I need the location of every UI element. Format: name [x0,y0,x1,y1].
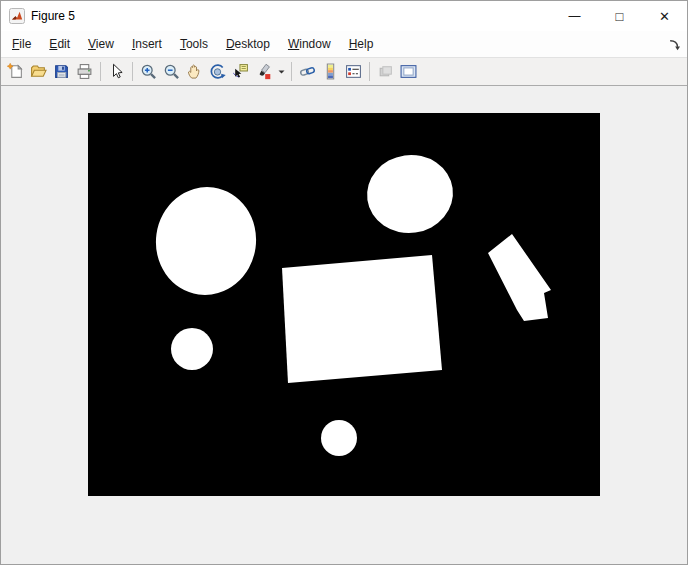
menu-bar: File Edit View Insert Tools Desktop Wind… [1,31,687,58]
show-plot-tools-icon [400,63,417,80]
menu-help-key: H [349,37,358,51]
shape-small-circle-bottom [321,420,357,456]
shape-upper-blob [362,149,458,238]
edit-plot-button[interactable] [105,60,128,83]
print-figure-icon [76,63,93,80]
menu-view[interactable]: View [79,32,123,56]
toolbar-separator [291,62,292,81]
toolbar-separator [100,62,101,81]
print-figure-button[interactable] [73,60,96,83]
menu-desktop-key: D [226,37,235,51]
menu-insert[interactable]: Insert [123,32,171,56]
menu-help-rest: elp [357,37,373,51]
menu-edit-rest: dit [57,37,70,51]
edit-plot-arrow-icon [108,63,125,80]
shape-small-circle-left [171,328,213,370]
figure-window: Figure 5 — □ ✕ File Edit View Insert Too… [0,0,688,565]
menu-file-rest: ile [19,37,31,51]
brush-data-button[interactable] [252,60,275,83]
link-plot-button[interactable] [296,60,319,83]
figure-image-area [88,113,600,496]
shape-rotated-rectangle [282,255,442,383]
menu-edit[interactable]: Edit [40,32,79,56]
data-cursor-button[interactable] [229,60,252,83]
zoom-out-button[interactable] [160,60,183,83]
dock-figure-button[interactable] [666,36,682,52]
figure-toolbar [1,58,687,86]
matlab-logo-icon [9,8,25,24]
title-bar[interactable]: Figure 5 — □ ✕ [1,1,687,31]
menu-desktop-rest: esktop [235,37,270,51]
save-figure-button[interactable] [50,60,73,83]
window-title: Figure 5 [31,9,75,23]
insert-colorbar-icon [322,63,339,80]
data-cursor-icon [232,63,249,80]
brush-dropdown-button[interactable] [275,60,287,83]
menu-view-rest: iew [96,37,114,51]
window-controls: — □ ✕ [552,1,687,31]
menu-window-rest: indow [299,37,330,51]
minimize-button[interactable]: — [552,1,597,31]
zoom-in-button[interactable] [137,60,160,83]
pan-hand-icon [186,63,203,80]
new-figure-icon [7,63,24,80]
hide-plot-tools-icon [377,63,394,80]
insert-legend-icon [345,63,362,80]
menu-help[interactable]: Help [340,32,383,56]
pan-button[interactable] [183,60,206,83]
dock-figure-arrow-icon [668,38,681,51]
menu-view-key: V [88,37,96,51]
zoom-in-icon [140,63,157,80]
maximize-button[interactable]: □ [597,1,642,31]
menu-insert-rest: nsert [135,37,162,51]
menu-window[interactable]: Window [279,32,340,56]
menu-desktop[interactable]: Desktop [217,32,279,56]
figure-canvas [1,87,687,564]
menu-window-key: W [288,37,299,51]
open-file-icon [30,63,47,80]
binary-image [88,113,600,496]
show-plot-tools-button[interactable] [397,60,420,83]
hide-plot-tools-button [374,60,397,83]
rotate-3d-icon [209,63,226,80]
rotate-3d-button[interactable] [206,60,229,83]
toolbar-separator [132,62,133,81]
insert-legend-button[interactable] [342,60,365,83]
save-figure-icon [53,63,70,80]
insert-colorbar-button[interactable] [319,60,342,83]
brush-dropdown-caret-icon [277,67,286,76]
shape-large-blob [149,181,263,302]
brush-data-icon [255,63,272,80]
link-plot-icon [299,63,316,80]
toolbar-separator [369,62,370,81]
zoom-out-icon [163,63,180,80]
menu-file[interactable]: File [3,32,40,56]
menu-tools[interactable]: Tools [171,32,217,56]
shape-notched-block [488,234,551,321]
menu-tools-rest: ools [186,37,208,51]
new-figure-button[interactable] [4,60,27,83]
close-button[interactable]: ✕ [642,1,687,31]
open-file-button[interactable] [27,60,50,83]
